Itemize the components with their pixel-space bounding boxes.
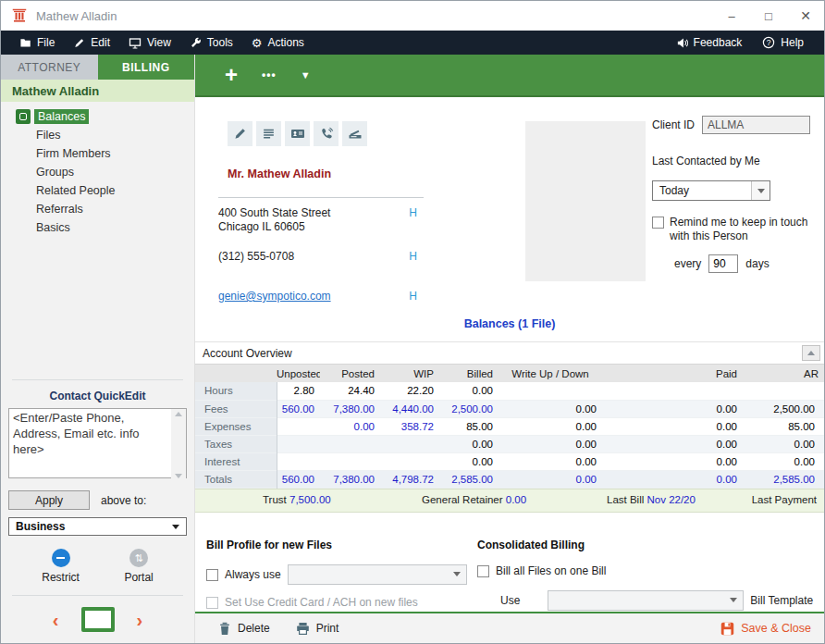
menu-file-label: File [37, 36, 55, 49]
table-row: Interest0.000.000.000.00 [195, 452, 824, 470]
col-header-posted: Posted [320, 365, 380, 382]
row-label: Fees [195, 400, 277, 417]
restrict-button[interactable]: Restrict [42, 549, 80, 584]
account-overview-table: Unposted Posted WIP Billed Write Up / Do… [195, 365, 824, 489]
cell-value: 0.00 [602, 452, 743, 470]
table-row: Totals560.007,380.004,798.722,585.000.00… [195, 470, 824, 488]
phone-button[interactable] [314, 121, 339, 146]
last-contacted-select[interactable]: Today [652, 180, 770, 201]
cell-value: 0.00 [499, 452, 602, 470]
menu-tools[interactable]: Tools [190, 36, 233, 49]
col-header-paid: Paid [602, 365, 743, 382]
menu-file[interactable]: File [19, 36, 55, 49]
remind-checkbox[interactable] [652, 217, 664, 229]
quickedit-target-select[interactable]: Business [8, 517, 187, 536]
cell-value: 358.72 [380, 417, 439, 435]
contact-phone: (312) 555-0708 [218, 250, 294, 263]
minimize-button[interactable]: – [713, 1, 750, 31]
next-contact-button[interactable]: › [137, 611, 143, 629]
maximize-button[interactable]: □ [750, 1, 787, 31]
cell-value [320, 435, 380, 452]
add-button[interactable]: + [225, 64, 238, 86]
client-id-input[interactable] [702, 116, 810, 134]
cell-value: 2,585.00 [743, 470, 824, 488]
balances-heading: Balances (1 File) [195, 317, 824, 330]
print-button[interactable]: Print [296, 622, 339, 636]
cell-value [320, 452, 380, 470]
menu-actions[interactable]: ⚙ Actions [252, 36, 304, 49]
row-label: Taxes [195, 435, 277, 452]
quickedit-textarea[interactable]: <Enter/Paste Phone, Address, Email etc. … [8, 408, 187, 478]
sidebar-item-basics[interactable]: Basics [1, 218, 194, 237]
table-row: Fees560.007,380.004,440.002,500.000.000.… [195, 400, 824, 417]
menu-actions-label: Actions [268, 36, 304, 49]
menu-edit[interactable]: Edit [73, 36, 110, 49]
contact-address: 400 South State Street Chicago IL 60605 [218, 206, 330, 234]
sidebar-item-balances[interactable]: Balances [1, 107, 194, 126]
sidebar-item-label: Related People [36, 184, 115, 197]
phone-icon [319, 127, 334, 142]
contact-email-link[interactable]: genie@sympotico.com [218, 290, 331, 303]
collapse-button[interactable] [802, 345, 820, 361]
expand-button[interactable]: ▼ [301, 69, 311, 80]
contact-card-button[interactable] [285, 121, 310, 146]
cell-value: 85.00 [439, 417, 499, 435]
billing-options-section: Bill Profile for new Files Always use Se… [195, 513, 824, 613]
close-button[interactable]: ✕ [787, 1, 824, 31]
cell-value: 4,440.00 [380, 400, 439, 417]
portal-label: Portal [124, 571, 153, 584]
delete-button[interactable]: Delete [218, 622, 270, 636]
sidebar-item-referrals[interactable]: Referrals [1, 200, 194, 218]
consolidated-billing-heading: Consolidated Billing [477, 539, 585, 551]
balances-icon [16, 109, 31, 124]
chevron-up-icon [807, 351, 815, 355]
prev-contact-button[interactable]: ‹ [53, 611, 59, 629]
address-type-badge: H [409, 206, 417, 234]
menu-feedback[interactable]: Feedback [676, 36, 743, 49]
folder-icon [19, 37, 31, 48]
menu-view[interactable]: View [129, 36, 171, 49]
contact-card-nav-icon[interactable] [81, 607, 115, 632]
more-actions-button[interactable]: ••• [262, 68, 277, 81]
divider [12, 595, 183, 596]
edit-contact-button[interactable] [228, 121, 252, 146]
dropdown-button [751, 181, 770, 200]
quickedit-scrollbar[interactable] [171, 409, 186, 481]
sidebar-item-firm-members[interactable]: Firm Members [1, 144, 194, 163]
menu-help-label: Help [781, 36, 804, 49]
col-header-wip: WIP [380, 365, 439, 382]
use-label: Use [500, 594, 520, 607]
sidebar-item-label: Firm Members [36, 147, 111, 160]
wrench-icon [190, 37, 202, 49]
email-type-badge: H [409, 290, 417, 303]
last-payment-label: Last Payment [752, 494, 817, 505]
cell-value: 560.00 [277, 400, 320, 417]
tab-attorney[interactable]: ATTORNEY [1, 55, 98, 80]
sidebar-item-related-people[interactable]: Related People [1, 181, 194, 200]
save-close-button[interactable]: Save & Close [720, 622, 811, 636]
tab-billing[interactable]: BILLING [98, 55, 195, 80]
one-bill-checkbox[interactable] [477, 565, 489, 577]
print-label: Print [316, 622, 339, 635]
scroll-down-icon [175, 474, 182, 478]
menu-feedback-label: Feedback [694, 36, 743, 49]
help-circle-icon: ? [762, 36, 775, 49]
remind-days-input[interactable] [708, 254, 738, 273]
notes-button[interactable] [256, 121, 281, 146]
printer-icon [296, 622, 310, 636]
account-overview-title: Account Overview [203, 347, 802, 360]
scanner-button[interactable] [342, 121, 367, 146]
cell-value: 22.20 [380, 382, 439, 400]
cell-value: 7,380.00 [320, 470, 380, 488]
portal-button[interactable]: ⇅ Portal [124, 549, 153, 584]
sidebar-item-groups[interactable]: Groups [1, 163, 194, 181]
apply-button[interactable]: Apply [8, 490, 90, 510]
divider [218, 197, 424, 198]
always-use-checkbox[interactable] [206, 569, 218, 581]
footer-bar: Delete Print Save & Close [195, 612, 824, 643]
cell-value: 0.00 [602, 400, 743, 417]
sidebar-item-files[interactable]: Files [1, 126, 194, 144]
table-row: Hours2.8024.4022.200.00 [195, 382, 824, 400]
sidebar-item-label: Basics [36, 221, 70, 234]
menu-help[interactable]: ? Help [762, 36, 804, 49]
